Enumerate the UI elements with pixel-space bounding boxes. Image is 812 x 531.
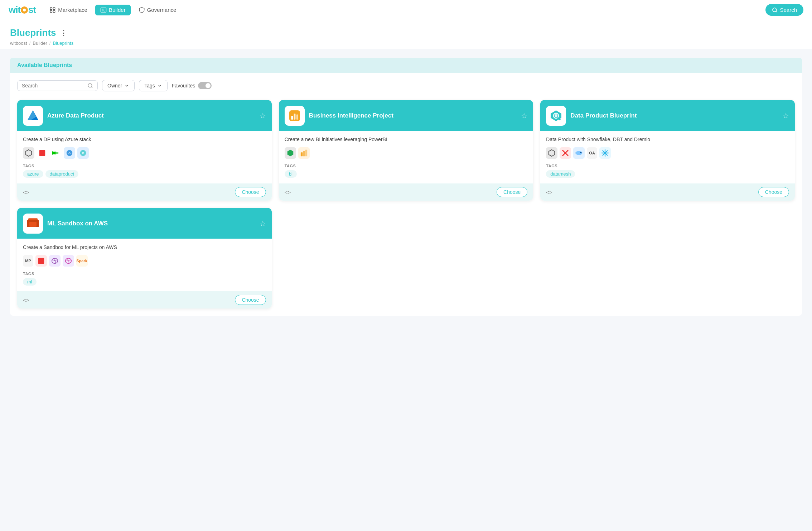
- nav-builder[interactable]: Builder: [95, 5, 131, 15]
- svg-marker-21: [287, 150, 293, 156]
- code-icon-dp[interactable]: <>: [546, 189, 552, 195]
- card-bi-project: Business Intelligence Project ☆ Create a…: [279, 100, 533, 201]
- svg-text:A: A: [68, 151, 71, 155]
- brain-icon-1: [51, 257, 59, 265]
- card-header-ml: ML Sandbox on AWS ☆: [17, 208, 272, 239]
- hexagon-icon-bi: [286, 149, 294, 157]
- code-icon-bi[interactable]: <>: [285, 189, 291, 195]
- tag-dataproduct: dataproduct: [45, 170, 79, 178]
- tech-icon-hex: [23, 147, 34, 159]
- nav-marketplace-label: Marketplace: [58, 7, 87, 13]
- svg-rect-10: [39, 150, 45, 156]
- svg-rect-22: [300, 152, 303, 156]
- card-azure-data-product: Azure Data Product ☆ Create a DP using A…: [17, 100, 272, 201]
- logo: wit st: [9, 4, 36, 15]
- svg-point-5: [773, 8, 777, 12]
- favourites-toggle-wrap: Favourites: [172, 82, 212, 89]
- svg-rect-23: [303, 151, 305, 157]
- svg-point-6: [88, 83, 92, 87]
- owner-filter[interactable]: Owner: [102, 80, 135, 91]
- tags-label-ml: TAGS: [23, 272, 266, 276]
- card-footer-azure: <> Choose: [17, 183, 272, 201]
- card-description-dp: Data Product with Snowflake, DBT and Dre…: [546, 137, 789, 142]
- svg-marker-30: [549, 150, 555, 156]
- svg-rect-40: [29, 222, 37, 226]
- card-title-bi: Business Intelligence Project: [309, 112, 517, 119]
- tech-icon-mp: MP: [23, 255, 33, 267]
- ml-icon: [26, 217, 40, 230]
- card-header-bi: Business Intelligence Project ☆: [279, 100, 533, 131]
- code-icon-ml[interactable]: <>: [23, 297, 29, 303]
- svg-point-37: [604, 152, 606, 154]
- chevron-down-icon-tags: [157, 83, 162, 88]
- tags-row-ml: ml: [23, 278, 266, 286]
- svg-rect-24: [305, 150, 307, 156]
- powerbi-icon: [300, 149, 308, 157]
- navbar: wit st Marketplace Builder Governance Se…: [0, 0, 812, 20]
- tech-icon-powerbi: [298, 147, 310, 159]
- favourite-dp[interactable]: ☆: [783, 111, 789, 120]
- svg-rect-3: [53, 10, 55, 12]
- svg-marker-12: [55, 151, 60, 155]
- search-input[interactable]: [22, 83, 84, 88]
- blueprints-grid: Azure Data Product ☆ Create a DP using A…: [17, 100, 795, 308]
- svg-marker-9: [26, 150, 32, 156]
- tags-filter[interactable]: Tags: [139, 80, 168, 91]
- choose-button-azure[interactable]: Choose: [235, 187, 266, 197]
- search-input-wrap: [17, 80, 98, 91]
- svg-rect-2: [50, 10, 52, 12]
- card-icon-bi: [285, 106, 305, 126]
- svg-rect-19: [294, 114, 295, 120]
- tags-label-azure: TAGS: [23, 164, 266, 168]
- cross-icon: [561, 149, 569, 157]
- choose-button-ml[interactable]: Choose: [235, 295, 266, 305]
- breadcrumb: witboost / Builder / Blueprints: [10, 40, 802, 46]
- tech-icon-blue2: B: [77, 147, 89, 159]
- tag-datamesh: datamesh: [546, 170, 575, 178]
- svg-rect-18: [291, 116, 293, 120]
- card-description-ml: Create a Sandbox for ML projects on AWS: [23, 244, 266, 250]
- choose-button-dp[interactable]: Choose: [758, 187, 789, 197]
- choose-button-bi[interactable]: Choose: [497, 187, 527, 197]
- nav-marketplace[interactable]: Marketplace: [44, 5, 92, 15]
- card-header-azure: Azure Data Product ☆: [17, 100, 272, 131]
- favourite-bi[interactable]: ☆: [521, 111, 527, 120]
- page-title: Blueprints: [10, 27, 56, 38]
- card-footer-ml: <> Choose: [17, 291, 272, 308]
- azure-icon-2: A: [66, 149, 73, 157]
- nav-governance-label: Governance: [147, 7, 177, 13]
- main-content: Available Blueprints Owner Tags Favourit…: [0, 49, 812, 324]
- tags-row-azure: azure dataproduct: [23, 170, 266, 178]
- dremio-icon: [575, 150, 583, 156]
- page-menu-icon[interactable]: ⋮: [60, 28, 68, 38]
- card-ml-sandbox: ML Sandbox on AWS ☆ Create a Sandbox for…: [17, 208, 272, 308]
- nav-governance[interactable]: Governance: [134, 5, 182, 15]
- card-body-azure: Create a DP using Azure stack: [17, 131, 272, 183]
- favourites-toggle[interactable]: [198, 82, 212, 89]
- section-header: Available Blueprints: [10, 58, 802, 73]
- search-button[interactable]: Search: [765, 4, 803, 16]
- favourite-ml[interactable]: ☆: [260, 219, 266, 228]
- card-icon-azure: [23, 106, 43, 126]
- azure-icon-3: B: [79, 149, 87, 157]
- tag-azure: azure: [23, 170, 43, 178]
- code-icon-azure[interactable]: <>: [23, 189, 29, 195]
- tech-icons-ml: MP: [23, 255, 266, 267]
- filters-bar: Owner Tags Favourites: [17, 80, 795, 91]
- card-footer-dp: <> Choose: [540, 183, 795, 201]
- tech-icon-oa: OA: [587, 147, 597, 159]
- tech-icon-hex-dp: [546, 147, 557, 159]
- card-footer-bi: <> Choose: [279, 183, 533, 201]
- nav-builder-label: Builder: [109, 7, 126, 13]
- favourite-azure[interactable]: ☆: [260, 111, 266, 120]
- card-description-azure: Create a DP using Azure stack: [23, 137, 266, 142]
- tags-row-bi: bi: [285, 170, 528, 178]
- section-body: Owner Tags Favourites: [10, 73, 802, 316]
- red-icon: [38, 149, 46, 157]
- tech-icon-blue1: A: [64, 147, 75, 159]
- tags-label-bi: TAGS: [285, 164, 528, 168]
- card-body-ml: Create a Sandbox for ML projects on AWS …: [17, 239, 272, 291]
- tech-icon-red-ml: [35, 255, 47, 267]
- azure-icon: [26, 109, 39, 122]
- tech-icon-fish: [573, 147, 585, 159]
